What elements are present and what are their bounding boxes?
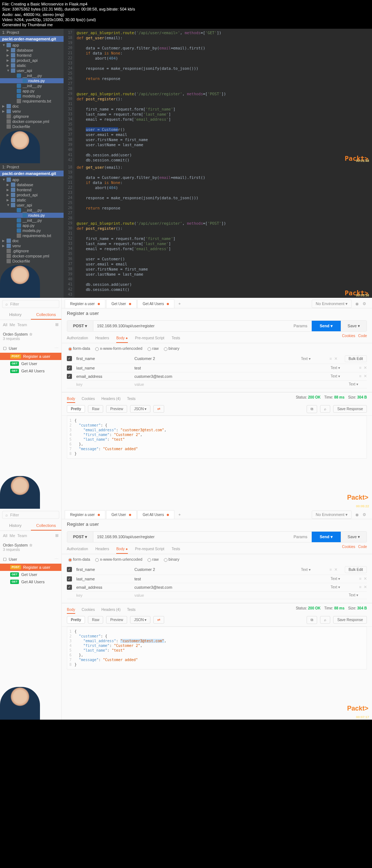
collection-header[interactable]: Order-System ☆3 requests (0, 329, 61, 344)
code-editor[interactable]: @user_api_blueprint.route('/api/user/<em… (74, 29, 372, 163)
key-input[interactable]: email_address (76, 585, 134, 589)
tree-item-__init__.py[interactable]: __init__.py (0, 208, 64, 213)
tab-Collections[interactable]: Collections (31, 521, 62, 531)
tree-item-frontend[interactable]: ▶frontend (0, 187, 64, 192)
value-input[interactable]: Customer 2 (134, 356, 301, 361)
resp-tool-Raw[interactable]: Raw (88, 616, 103, 624)
type-select[interactable]: Text ▾ (331, 585, 349, 589)
tree-item-requirements.txt[interactable]: requirements.txt (0, 233, 64, 238)
subtab-Pre-request Script[interactable]: Pre-request Script (135, 545, 165, 554)
tree-item-app[interactable]: ▼app (0, 43, 64, 48)
subtab-Headers[interactable]: Headers (95, 545, 109, 554)
value-input[interactable]: test (134, 577, 331, 581)
resp-tab-Body[interactable]: Body (67, 606, 75, 614)
params-button[interactable]: Params (289, 532, 312, 542)
request-tab-2[interactable]: Get All Users (137, 299, 174, 308)
request-tab-1[interactable]: Get User (106, 299, 137, 308)
request-tab-0[interactable]: Register a user (65, 299, 105, 308)
request-title[interactable]: Register a user (62, 519, 372, 529)
tree-item-.gitignore[interactable]: .gitignore (0, 114, 64, 119)
resp-tool-Pretty[interactable]: Pretty (67, 616, 85, 624)
tab-History[interactable]: History (0, 310, 31, 320)
subtab-Tests[interactable]: Tests (171, 334, 180, 343)
delete-icon[interactable]: ✕ (364, 365, 367, 370)
folder-user[interactable]: ▢User⋯ (0, 555, 61, 564)
code-link[interactable]: Code (358, 334, 367, 338)
scope-filter[interactable]: All Me Team⊞ (0, 320, 61, 329)
search-resp-icon[interactable]: ⌕ (320, 616, 330, 624)
bodytype-raw[interactable]: raw (147, 346, 159, 351)
tree-item-doc[interactable]: ▶doc (0, 104, 64, 109)
subtab-Pre-request Script[interactable]: Pre-request Script (135, 334, 165, 343)
resp-tab-Headers (4)[interactable]: Headers (4) (101, 395, 121, 403)
tree-item-models.py[interactable]: models.py (0, 93, 64, 99)
reorder-icon[interactable]: ≡ (359, 365, 361, 370)
tree-item-app[interactable]: ▼app (0, 177, 64, 182)
type-select[interactable]: Text ▾ (301, 357, 319, 361)
tree-item-app.py[interactable]: app.py (0, 223, 64, 228)
resp-tab-Cookies[interactable]: Cookies (82, 606, 95, 614)
eye-icon[interactable]: ◉ (355, 512, 359, 517)
tree-item-models.py[interactable]: models.py (0, 228, 64, 233)
request-Get User[interactable]: GETGet User (0, 360, 61, 367)
delete-icon[interactable]: ✕ (364, 374, 367, 379)
subtab-Authorization[interactable]: Authorization (67, 545, 88, 554)
bulk-edit-button[interactable]: Bulk Edit (345, 355, 367, 362)
filter-input[interactable]: ⌕Filter (2, 511, 59, 519)
send-button[interactable]: Send ▾ (312, 532, 341, 542)
cookies-link[interactable]: Cookies (342, 545, 355, 549)
tree-item-product_api[interactable]: ▶product_api (0, 192, 64, 197)
delete-icon[interactable]: ✕ (364, 576, 367, 581)
reorder-icon[interactable]: ≡ (359, 585, 361, 589)
bodytype-x-www-form-urlencoded[interactable]: x-www-form-urlencoded (95, 346, 142, 351)
bulk-edit-button[interactable]: Bulk Edit (345, 566, 367, 573)
save-button[interactable]: Save ▾ (341, 532, 367, 542)
tree-item-app.py[interactable]: app.py (0, 88, 64, 93)
request-tab-2[interactable]: Get All Users (137, 510, 174, 519)
environment-select[interactable]: No Environment ▾ (312, 300, 352, 308)
tab-Collections[interactable]: Collections (31, 310, 62, 320)
filter-input[interactable]: ⌕Filter (2, 300, 59, 308)
resp-tool-Pretty[interactable]: Pretty (67, 405, 85, 413)
send-button[interactable]: Send ▾ (312, 321, 341, 331)
reorder-icon[interactable]: ≡ (359, 576, 361, 581)
resp-tool-JSON[interactable]: JSON ▾ (130, 616, 150, 624)
search-resp-icon[interactable]: ⌕ (320, 405, 330, 413)
url-input[interactable]: 192.168.99.100/api/user/register (93, 532, 289, 542)
type-select[interactable]: Text ▾ (331, 577, 349, 581)
key-input[interactable]: email_address (76, 374, 134, 379)
new-tab-button[interactable]: + (175, 301, 184, 306)
resp-tab-Tests[interactable]: Tests (127, 395, 136, 403)
key-input[interactable]: first_name (76, 356, 134, 361)
tree-item-Dockerfile[interactable]: Dockerfile (0, 259, 64, 264)
checkbox[interactable]: ✓ (67, 365, 72, 371)
tree-item-frontend[interactable]: ▶frontend (0, 53, 64, 58)
new-tab-button[interactable]: + (175, 512, 184, 517)
url-input[interactable]: 192.168.99.100/api/user/register (93, 321, 289, 331)
checkbox[interactable]: ✓ (67, 356, 72, 361)
tree-item-static[interactable]: ▶static (0, 63, 64, 68)
request-Register a user[interactable]: POSTRegister a user (0, 564, 61, 571)
eye-icon[interactable]: ◉ (355, 301, 359, 306)
bodytype-raw[interactable]: raw (147, 557, 159, 561)
response-body[interactable]: 12345678 { "customer": { "email_address"… (67, 416, 367, 459)
request-tab-0[interactable]: Register a user (65, 510, 105, 519)
resp-tab-Body[interactable]: Body (67, 395, 75, 403)
bodytype-x-www-form-urlencoded[interactable]: x-www-form-urlencoded (95, 557, 142, 561)
gear-icon[interactable]: ⚙ (363, 512, 366, 517)
request-tab-1[interactable]: Get User (106, 510, 137, 519)
resp-tab-Tests[interactable]: Tests (127, 606, 136, 614)
tree-item-docker-compose.yml[interactable]: docker-compose.yml (0, 119, 64, 124)
tree-item-docker-compose.yml[interactable]: docker-compose.yml (0, 253, 64, 259)
cookies-link[interactable]: Cookies (342, 334, 355, 338)
subtab-Body[interactable]: Body ● (116, 545, 128, 554)
scope-filter[interactable]: All Me Team⊞ (0, 531, 61, 540)
method-select[interactable]: POST ▾ (67, 532, 93, 542)
resp-tool-Preview[interactable]: Preview (106, 616, 127, 624)
empty-row[interactable]: keyvalueText ▾ (67, 381, 367, 388)
tree-item-routes.py[interactable]: routes.py (0, 213, 64, 218)
code-link[interactable]: Code (358, 545, 367, 549)
value-input[interactable]: customer3@test.com (134, 585, 331, 589)
empty-row[interactable]: keyvalueText ▾ (67, 592, 367, 599)
tree-item-__init__.py[interactable]: __init__.py (0, 83, 64, 88)
